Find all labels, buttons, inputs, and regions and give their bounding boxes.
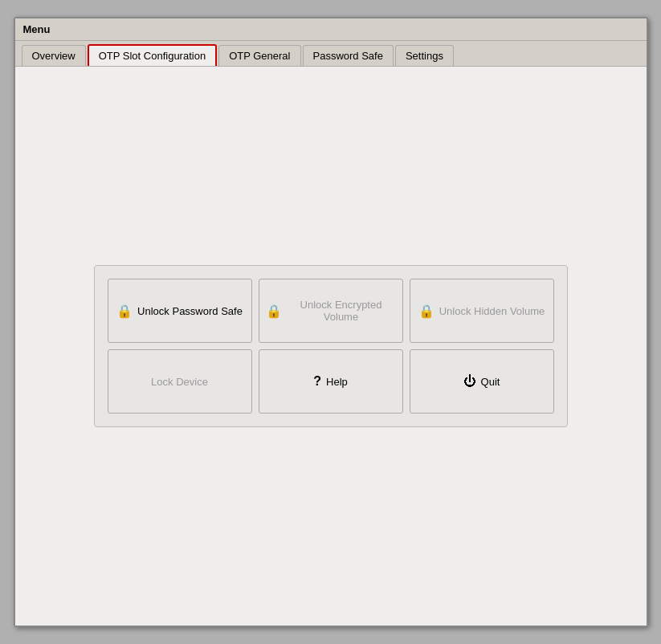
tab-bar: Overview OTP Slot Configuration OTP Gene… [15, 41, 647, 67]
tab-overview[interactable]: Overview [22, 45, 86, 66]
content-area: 🔒 Unlock Password Safe 🔒 Unlock Encrypte… [15, 67, 647, 626]
lock-icon-2: 🔒 [266, 304, 282, 319]
lock-icon-3: 🔒 [418, 304, 435, 319]
button-grid-container: 🔒 Unlock Password Safe 🔒 Unlock Encrypte… [94, 265, 568, 427]
unlock-encrypted-volume-button[interactable]: 🔒 Unlock Encrypted Volume [259, 279, 403, 343]
power-icon: ⏻ [463, 374, 476, 389]
tab-password-safe[interactable]: Password Safe [303, 45, 394, 66]
main-window: Menu Overview OTP Slot Configuration OTP… [14, 17, 648, 627]
help-button[interactable]: ? Help [259, 349, 403, 414]
quit-button[interactable]: ⏻ Quit [410, 349, 554, 414]
lock-icon: 🔒 [116, 304, 133, 319]
unlock-password-safe-button[interactable]: 🔒 Unlock Password Safe [108, 279, 252, 343]
title-bar: Menu [15, 18, 647, 41]
button-grid: 🔒 Unlock Password Safe 🔒 Unlock Encrypte… [108, 279, 554, 414]
window-title: Menu [23, 23, 51, 35]
lock-device-button[interactable]: Lock Device [108, 349, 252, 414]
help-icon: ? [313, 374, 321, 389]
unlock-hidden-volume-button[interactable]: 🔒 Unlock Hidden Volume [410, 279, 554, 343]
tab-settings[interactable]: Settings [395, 45, 454, 66]
tab-otp-slot-config[interactable]: OTP Slot Configuration [88, 44, 217, 66]
tab-otp-general[interactable]: OTP General [218, 45, 300, 66]
